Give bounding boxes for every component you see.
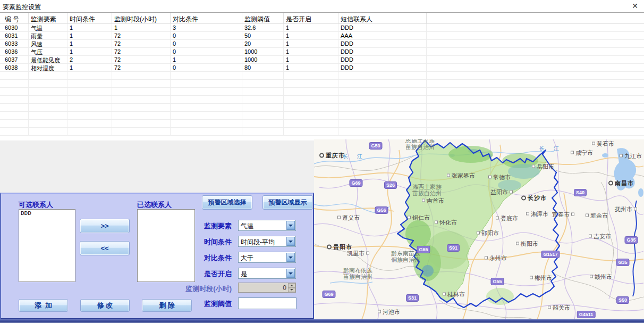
table-cell[interactable] xyxy=(284,104,338,111)
table-cell[interactable] xyxy=(67,104,112,111)
table-cell[interactable] xyxy=(171,88,242,95)
table-cell[interactable]: 1 xyxy=(284,64,338,71)
table-cell[interactable]: 72 xyxy=(112,64,171,71)
spin-down-button[interactable] xyxy=(288,288,295,293)
table-cell[interactable] xyxy=(29,128,67,135)
table-cell[interactable]: 气温 xyxy=(29,24,67,31)
table-cell[interactable]: 6038 xyxy=(0,64,29,71)
table-row[interactable] xyxy=(0,104,644,112)
table-cell[interactable]: 气压 xyxy=(29,48,67,55)
table-cell[interactable]: 1 xyxy=(284,56,338,63)
table-row[interactable]: 6030气温11332.61DDD xyxy=(0,24,644,32)
table-cell[interactable]: 相对湿度 xyxy=(29,64,67,71)
table-cell[interactable] xyxy=(171,112,242,119)
add-button[interactable]: 添 加 xyxy=(19,299,68,312)
table-cell[interactable] xyxy=(67,112,112,119)
table-cell[interactable] xyxy=(242,88,284,95)
table-cell[interactable]: 3 xyxy=(171,24,242,31)
table-cell[interactable] xyxy=(112,104,171,111)
table-cell[interactable] xyxy=(112,88,171,95)
header-cell[interactable]: 时间条件 xyxy=(67,13,112,23)
table-cell[interactable] xyxy=(171,80,242,87)
table-cell[interactable]: 1000 xyxy=(242,48,284,55)
table-cell[interactable]: 1 xyxy=(112,24,171,31)
table-cell[interactable]: 雨量 xyxy=(29,32,67,39)
table-row[interactable]: 6031雨量1720501AAA xyxy=(0,32,644,40)
table-cell[interactable] xyxy=(0,96,29,103)
table-cell[interactable] xyxy=(0,120,29,127)
table-cell[interactable]: AAA xyxy=(338,32,427,39)
table-cell[interactable] xyxy=(0,112,29,119)
table-cell[interactable] xyxy=(242,72,284,79)
table-cell[interactable] xyxy=(0,72,29,79)
warning-area-select-button[interactable]: 预警区域选择 xyxy=(202,195,252,210)
delete-button[interactable]: 删 除 xyxy=(142,299,192,312)
table-cell[interactable] xyxy=(171,104,242,111)
header-cell[interactable]: 编 号 xyxy=(0,13,29,23)
threshold-input[interactable] xyxy=(238,297,296,309)
table-cell[interactable]: 72 xyxy=(112,48,171,55)
table-cell[interactable] xyxy=(67,120,112,127)
table-cell[interactable] xyxy=(171,96,242,103)
table-cell[interactable] xyxy=(112,72,171,79)
table-cell[interactable] xyxy=(171,128,242,135)
table-cell[interactable] xyxy=(338,88,427,95)
table-cell[interactable] xyxy=(284,128,338,135)
table-row[interactable]: 6033风速1720201DDD xyxy=(0,40,644,48)
compare-dropdown-button[interactable] xyxy=(286,253,295,262)
table-cell[interactable] xyxy=(338,112,427,119)
table-cell[interactable]: DDD xyxy=(338,40,427,47)
table-cell[interactable]: DDD xyxy=(338,64,427,71)
table-cell[interactable] xyxy=(29,88,67,95)
table-cell[interactable]: 风速 xyxy=(29,40,67,47)
enabled-combobox[interactable]: 是 xyxy=(238,268,296,279)
close-icon[interactable]: ✕ xyxy=(630,1,640,11)
table-cell[interactable]: DDD xyxy=(338,24,427,31)
table-cell[interactable]: 6033 xyxy=(0,40,29,47)
table-cell[interactable] xyxy=(29,112,67,119)
element-combobox[interactable]: 气温 xyxy=(238,220,296,231)
table-cell[interactable]: 0 xyxy=(171,48,242,55)
table-row[interactable]: 6036气压172010001DDD xyxy=(0,48,644,56)
table-row[interactable]: 6038相对湿度1720801DDD xyxy=(0,64,644,72)
table-cell[interactable]: 6036 xyxy=(0,48,29,55)
table-cell[interactable]: 1 xyxy=(284,40,338,47)
table-cell[interactable] xyxy=(338,120,427,127)
table-cell[interactable] xyxy=(284,80,338,87)
table-row[interactable]: 6037最低能见度272110001DDD xyxy=(0,56,644,64)
table-cell[interactable]: 0 xyxy=(171,32,242,39)
header-cell[interactable]: 对比条件 xyxy=(171,13,242,23)
table-cell[interactable] xyxy=(112,96,171,103)
table-cell[interactable] xyxy=(0,128,29,135)
table-cell[interactable]: 80 xyxy=(242,64,284,71)
table-cell[interactable] xyxy=(29,104,67,111)
table-cell[interactable]: 6031 xyxy=(0,32,29,39)
table-cell[interactable] xyxy=(242,120,284,127)
list-item[interactable]: DDD xyxy=(21,210,73,217)
table-row[interactable] xyxy=(0,112,644,120)
table-cell[interactable]: 2 xyxy=(67,56,112,63)
table-cell[interactable] xyxy=(67,72,112,79)
table-cell[interactable]: 1 xyxy=(67,24,112,31)
table-cell[interactable] xyxy=(0,80,29,87)
table-cell[interactable] xyxy=(242,80,284,87)
table-cell[interactable] xyxy=(284,88,338,95)
table-cell[interactable]: DDD xyxy=(338,48,427,55)
table-cell[interactable]: 1 xyxy=(284,24,338,31)
table-cell[interactable] xyxy=(29,80,67,87)
table-cell[interactable] xyxy=(284,72,338,79)
table-row[interactable] xyxy=(0,88,644,96)
table-cell[interactable] xyxy=(284,112,338,119)
table-cell[interactable] xyxy=(67,88,112,95)
table-cell[interactable]: 72 xyxy=(112,40,171,47)
move-left-button[interactable]: << xyxy=(80,241,130,255)
table-cell[interactable]: 72 xyxy=(112,32,171,39)
table-cell[interactable]: 0 xyxy=(171,64,242,71)
header-cell[interactable]: 监测阈值 xyxy=(242,13,284,23)
table-cell[interactable] xyxy=(29,120,67,127)
spin-up-button[interactable] xyxy=(288,283,295,288)
table-cell[interactable]: 6037 xyxy=(0,56,29,63)
table-row[interactable] xyxy=(0,128,644,136)
table-cell[interactable] xyxy=(67,128,112,135)
table-cell[interactable] xyxy=(242,104,284,111)
